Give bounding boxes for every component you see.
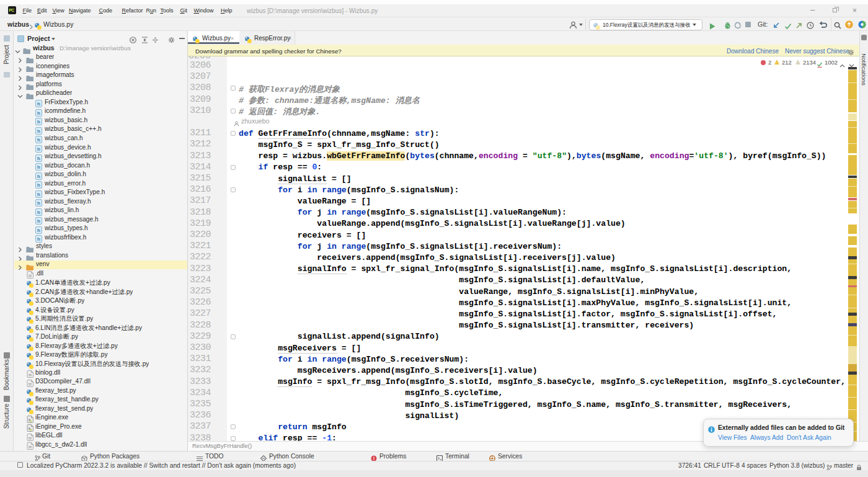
svg-text:h: h — [37, 192, 40, 197]
svg-text:h: h — [37, 210, 40, 215]
svg-text:h: h — [37, 146, 40, 152]
svg-text:h: h — [37, 200, 40, 206]
svg-text:h: h — [37, 228, 40, 233]
svg-text:h: h — [37, 119, 40, 125]
svg-text:h: h — [37, 110, 40, 116]
svg-text:h: h — [37, 137, 40, 143]
svg-text:h: h — [37, 218, 40, 224]
svg-text:h: h — [37, 156, 40, 161]
svg-text:h: h — [37, 164, 40, 170]
svg-text:h: h — [37, 236, 40, 242]
svg-text:h: h — [37, 128, 40, 134]
svg-text:h: h — [37, 182, 40, 188]
svg-text:h: h — [37, 101, 40, 107]
svg-text:h: h — [37, 174, 40, 179]
